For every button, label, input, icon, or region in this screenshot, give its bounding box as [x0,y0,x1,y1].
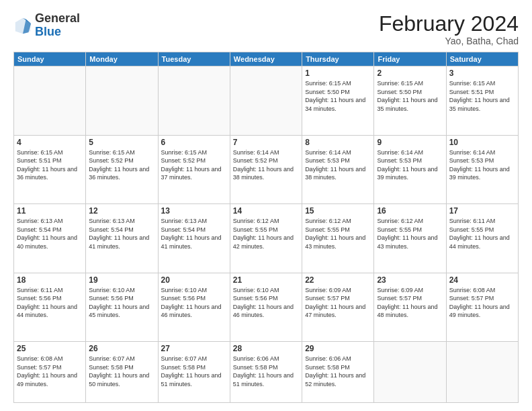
calendar-cell: 21Sunrise: 6:10 AMSunset: 5:56 PMDayligh… [230,273,302,341]
calendar-cell: 2Sunrise: 6:15 AMSunset: 5:50 PMDaylight… [374,66,446,135]
day-number: 21 [233,275,299,285]
day-number: 15 [305,206,371,216]
day-number: 20 [161,275,227,285]
calendar-cell: 8Sunrise: 6:14 AMSunset: 5:53 PMDaylight… [302,135,374,203]
cell-info: Sunrise: 6:06 AMSunset: 5:58 PMDaylight:… [305,355,371,388]
calendar-cell [14,66,86,135]
cell-info: Sunrise: 6:13 AMSunset: 5:54 PMDaylight:… [17,217,83,250]
cell-info: Sunrise: 6:12 AMSunset: 5:55 PMDaylight:… [233,217,299,250]
logo-text: General Blue [35,12,80,39]
day-header-tuesday: Tuesday [158,52,230,66]
day-number: 12 [89,206,154,216]
day-number: 16 [377,206,443,216]
day-number: 7 [233,138,299,147]
calendar-cell [446,342,518,403]
calendar-cell [230,66,302,135]
cell-info: Sunrise: 6:09 AMSunset: 5:57 PMDaylight:… [305,286,371,320]
cell-info: Sunrise: 6:11 AMSunset: 5:56 PMDaylight:… [17,286,83,320]
calendar-cell: 12Sunrise: 6:13 AMSunset: 5:54 PMDayligh… [86,204,158,273]
calendar-cell: 25Sunrise: 6:08 AMSunset: 5:57 PMDayligh… [14,342,86,403]
day-header-monday: Monday [86,52,158,66]
header-row: SundayMondayTuesdayWednesdayThursdayFrid… [14,52,519,66]
day-number: 27 [161,344,227,353]
calendar-cell: 15Sunrise: 6:12 AMSunset: 5:55 PMDayligh… [302,204,374,273]
calendar-cell [374,342,446,403]
calendar-cell: 22Sunrise: 6:09 AMSunset: 5:57 PMDayligh… [302,273,374,341]
day-header-sunday: Sunday [14,52,86,66]
calendar-cell: 26Sunrise: 6:07 AMSunset: 5:58 PMDayligh… [86,342,158,403]
day-number: 2 [377,68,443,78]
cell-info: Sunrise: 6:13 AMSunset: 5:54 PMDaylight:… [89,217,154,250]
calendar-cell: 16Sunrise: 6:12 AMSunset: 5:55 PMDayligh… [374,204,446,273]
cell-info: Sunrise: 6:15 AMSunset: 5:50 PMDaylight:… [305,79,371,113]
calendar-subtitle: Yao, Batha, Chad [379,36,519,46]
logo-icon [13,16,32,35]
cell-info: Sunrise: 6:14 AMSunset: 5:53 PMDaylight:… [377,148,443,182]
calendar-cell: 29Sunrise: 6:06 AMSunset: 5:58 PMDayligh… [302,342,374,403]
cell-info: Sunrise: 6:15 AMSunset: 5:52 PMDaylight:… [161,148,227,182]
day-number: 5 [89,138,154,147]
day-number: 23 [377,275,443,285]
cell-info: Sunrise: 6:15 AMSunset: 5:50 PMDaylight:… [377,79,443,113]
logo: General Blue [13,12,80,39]
cell-info: Sunrise: 6:08 AMSunset: 5:57 PMDaylight:… [449,286,515,320]
day-number: 11 [17,206,83,216]
day-number: 26 [89,344,154,353]
calendar-cell: 18Sunrise: 6:11 AMSunset: 5:56 PMDayligh… [14,273,86,341]
day-number: 22 [305,275,371,285]
calendar-cell: 4Sunrise: 6:15 AMSunset: 5:51 PMDaylight… [14,135,86,203]
calendar-cell [86,66,158,135]
day-number: 14 [233,206,299,216]
day-number: 3 [449,68,515,78]
cell-info: Sunrise: 6:07 AMSunset: 5:58 PMDaylight:… [89,355,154,388]
calendar-cell: 23Sunrise: 6:09 AMSunset: 5:57 PMDayligh… [374,273,446,341]
calendar-cell: 7Sunrise: 6:14 AMSunset: 5:52 PMDaylight… [230,135,302,203]
day-number: 8 [305,138,371,147]
day-number: 4 [17,138,83,147]
day-number: 17 [449,206,515,216]
cell-info: Sunrise: 6:15 AMSunset: 5:51 PMDaylight:… [449,79,515,113]
calendar-cell: 9Sunrise: 6:14 AMSunset: 5:53 PMDaylight… [374,135,446,203]
week-row-5: 25Sunrise: 6:08 AMSunset: 5:57 PMDayligh… [14,342,519,403]
cell-info: Sunrise: 6:15 AMSunset: 5:52 PMDaylight:… [89,148,154,182]
calendar-cell: 13Sunrise: 6:13 AMSunset: 5:54 PMDayligh… [158,204,230,273]
calendar-cell: 27Sunrise: 6:07 AMSunset: 5:58 PMDayligh… [158,342,230,403]
calendar-cell: 24Sunrise: 6:08 AMSunset: 5:57 PMDayligh… [446,273,518,341]
cell-info: Sunrise: 6:10 AMSunset: 5:56 PMDaylight:… [89,286,154,320]
cell-info: Sunrise: 6:14 AMSunset: 5:53 PMDaylight:… [305,148,371,182]
day-number: 28 [233,344,299,353]
calendar-cell: 28Sunrise: 6:06 AMSunset: 5:58 PMDayligh… [230,342,302,403]
day-header-friday: Friday [374,52,446,66]
calendar-cell [158,66,230,135]
day-header-wednesday: Wednesday [230,52,302,66]
cell-info: Sunrise: 6:15 AMSunset: 5:51 PMDaylight:… [17,148,83,182]
cell-info: Sunrise: 6:14 AMSunset: 5:53 PMDaylight:… [449,148,515,182]
calendar-cell: 3Sunrise: 6:15 AMSunset: 5:51 PMDaylight… [446,66,518,135]
day-number: 25 [17,344,83,353]
cell-info: Sunrise: 6:10 AMSunset: 5:56 PMDaylight:… [161,286,227,320]
day-number: 1 [305,68,371,78]
calendar-cell: 20Sunrise: 6:10 AMSunset: 5:56 PMDayligh… [158,273,230,341]
calendar-cell: 14Sunrise: 6:12 AMSunset: 5:55 PMDayligh… [230,204,302,273]
cell-info: Sunrise: 6:08 AMSunset: 5:57 PMDaylight:… [17,355,83,388]
cell-info: Sunrise: 6:12 AMSunset: 5:55 PMDaylight:… [305,217,371,250]
week-row-4: 18Sunrise: 6:11 AMSunset: 5:56 PMDayligh… [14,273,519,341]
day-number: 10 [449,138,515,147]
cell-info: Sunrise: 6:11 AMSunset: 5:55 PMDaylight:… [449,217,515,250]
day-number: 19 [89,275,154,285]
calendar-cell: 6Sunrise: 6:15 AMSunset: 5:52 PMDaylight… [158,135,230,203]
calendar-cell: 17Sunrise: 6:11 AMSunset: 5:55 PMDayligh… [446,204,518,273]
week-row-2: 4Sunrise: 6:15 AMSunset: 5:51 PMDaylight… [14,135,519,203]
cell-info: Sunrise: 6:13 AMSunset: 5:54 PMDaylight:… [161,217,227,250]
cell-info: Sunrise: 6:09 AMSunset: 5:57 PMDaylight:… [377,286,443,320]
cell-info: Sunrise: 6:07 AMSunset: 5:58 PMDaylight:… [161,355,227,388]
logo-blue: Blue [35,25,61,38]
day-number: 29 [305,344,371,353]
day-number: 6 [161,138,227,147]
logo-general: General [35,11,80,25]
calendar-cell: 1Sunrise: 6:15 AMSunset: 5:50 PMDaylight… [302,66,374,135]
cell-info: Sunrise: 6:14 AMSunset: 5:52 PMDaylight:… [233,148,299,182]
day-number: 18 [17,275,83,285]
cell-info: Sunrise: 6:06 AMSunset: 5:58 PMDaylight:… [233,355,299,388]
title-block: February 2024 Yao, Batha, Chad [379,12,519,46]
